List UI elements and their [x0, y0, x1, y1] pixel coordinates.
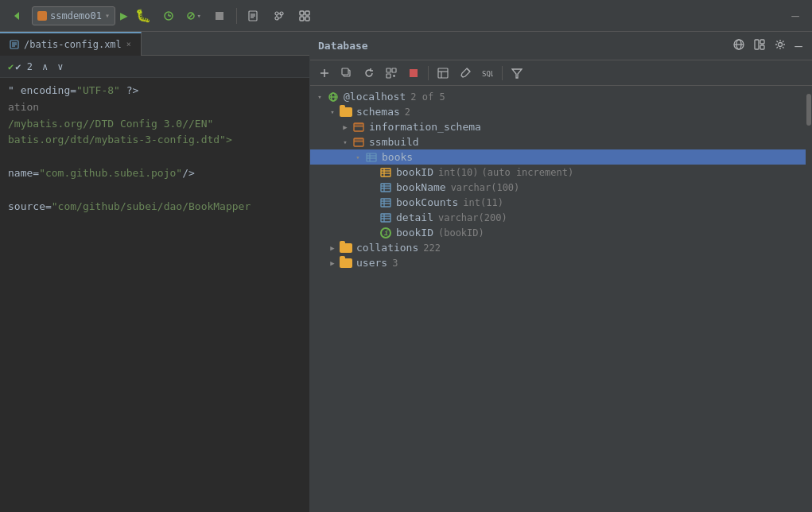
detail-col-label: detail: [396, 211, 433, 223]
check-action[interactable]: ✔ ✔ 2: [5, 60, 36, 74]
svg-rect-25: [755, 40, 759, 49]
code-line-7: [8, 182, 301, 199]
books-table-icon: [364, 153, 379, 162]
tree-item-books[interactable]: ▾ books: [310, 149, 806, 165]
globe-icon[interactable]: [731, 37, 747, 55]
extra-button[interactable]: [294, 6, 315, 26]
svg-rect-34: [392, 68, 396, 72]
code-line-5: [8, 149, 301, 165]
add-datasource-button[interactable]: [315, 64, 334, 83]
tree-item-bookID-index[interactable]: ▶ i bookID (bookID): [310, 225, 806, 240]
detail-col-icon: [379, 213, 393, 223]
tree-scrollbar[interactable]: [806, 86, 812, 512]
detail-col-type: varchar(200): [438, 212, 507, 223]
schema-sync-button[interactable]: [382, 64, 401, 83]
database-panel: Database: [310, 32, 812, 512]
code-line-2: ation: [8, 99, 301, 116]
tree-item-detail[interactable]: ▶ detail varchar(200): [310, 210, 806, 225]
duplicate-button[interactable]: [337, 64, 356, 83]
svg-rect-33: [387, 68, 390, 72]
information-schema-icon: [352, 122, 366, 133]
tree-item-users[interactable]: ▶ users 3: [310, 255, 806, 270]
editor-tab-mybatis-config[interactable]: /batis-config.xml ×: [0, 32, 142, 56]
bookID-col-label: bookID: [396, 166, 433, 178]
code-line-1: " encoding="UTF-8" ?>: [8, 83, 301, 99]
refresh-button[interactable]: [359, 64, 379, 83]
settings-icon[interactable]: [772, 37, 788, 55]
up-action[interactable]: ∧: [39, 60, 51, 74]
tree-item-collations[interactable]: ▶ collations 222: [310, 240, 806, 255]
svg-rect-15: [305, 11, 309, 15]
tree-item-bookName[interactable]: ▶ bookName varchar(100): [310, 180, 806, 195]
tree-item-bookID[interactable]: ▶ bookID int(10) (auto increment): [310, 165, 806, 180]
svg-rect-39: [438, 68, 448, 78]
editor-content[interactable]: " encoding="UTF-8" ?> ation /mybatis.org…: [0, 78, 309, 512]
database-toolbar: SQL: [310, 60, 812, 86]
svg-marker-0: [14, 12, 19, 20]
svg-line-42: [467, 68, 470, 72]
svg-rect-14: [300, 11, 304, 15]
database-header-icons: —: [731, 37, 804, 55]
tree-item-ssmbuild[interactable]: ▾ ssmbuild: [310, 134, 806, 149]
stop-button[interactable]: [209, 6, 230, 26]
svg-rect-32: [342, 68, 348, 75]
minimize-button[interactable]: —: [785, 6, 806, 26]
editor-tab-label: /batis-config.xml: [24, 39, 122, 50]
tree-item-information-schema[interactable]: ▶ information_schema: [310, 119, 806, 134]
svg-rect-66: [381, 199, 390, 207]
bookName-col-icon: [379, 183, 393, 192]
arrow-schemas: ▾: [326, 108, 339, 116]
down-action[interactable]: ∨: [54, 60, 66, 74]
coverage-dropdown[interactable]: ▾: [184, 6, 204, 26]
editor-tab-close[interactable]: ×: [126, 40, 131, 48]
arrow-ssmbuild: ▾: [339, 138, 352, 146]
code-line-6: name="com.github.subei.pojo"/>: [8, 165, 301, 182]
collations-label: collations: [356, 242, 418, 254]
close-icon[interactable]: —: [793, 37, 804, 55]
arrow-users: ▶: [326, 259, 339, 267]
layout-icon[interactable]: [752, 37, 767, 55]
debug-button[interactable]: 🐛: [133, 6, 153, 26]
filter-button[interactable]: [507, 64, 526, 83]
svg-rect-17: [305, 17, 309, 21]
stop-query-button[interactable]: [404, 64, 423, 83]
toolbar-separator: [236, 8, 237, 24]
edit-button[interactable]: [456, 64, 475, 83]
code-line-3: /mybatis.org//DTD Config 3.0//EN": [8, 116, 301, 133]
schemas-count: 2: [405, 107, 410, 118]
database-tree[interactable]: ▾ @localhost 2 of 5 ▾: [310, 86, 806, 512]
svg-marker-44: [512, 69, 522, 78]
code-line-4: batis.org/dtd/mybatis-3-config.dtd">: [8, 132, 301, 149]
bookID-index-label: bookID: [396, 227, 433, 239]
users-count: 3: [392, 258, 398, 269]
svg-text:SQL: SQL: [482, 70, 493, 78]
tree-container: ▾ @localhost 2 of 5 ▾: [310, 86, 812, 512]
svg-rect-35: [387, 74, 390, 78]
scroll-thumb[interactable]: [806, 94, 811, 126]
sql-button[interactable]: SQL: [478, 64, 497, 83]
svg-rect-16: [300, 17, 304, 21]
svg-point-10: [275, 12, 278, 15]
back-button[interactable]: [6, 6, 27, 26]
bookCounts-col-icon: [379, 198, 393, 208]
bookID-col-extra: (auto increment): [482, 167, 574, 178]
git-button[interactable]: [269, 6, 289, 26]
bookName-col-label: bookName: [396, 181, 446, 193]
svg-rect-26: [760, 40, 764, 44]
bookName-col-type: varchar(100): [451, 182, 520, 193]
session-name: ssmdemo01: [50, 10, 102, 21]
arrow-collations: ▶: [326, 244, 339, 252]
editor-tab-bar: /batis-config.xml ×: [0, 32, 309, 56]
users-label: users: [356, 257, 387, 269]
play-button[interactable]: ▶: [120, 8, 128, 23]
tree-item-schemas[interactable]: ▾ schemas 2: [310, 104, 806, 119]
coverage-report-button[interactable]: [243, 6, 264, 26]
session-selector[interactable]: ssmdemo01 ▾: [32, 6, 115, 25]
database-header: Database: [310, 32, 812, 60]
tree-item-localhost[interactable]: ▾ @localhost 2 of 5: [310, 89, 806, 104]
profile-button[interactable]: [158, 6, 179, 26]
localhost-meta: 2 of 5: [410, 91, 445, 103]
table-view-button[interactable]: [433, 64, 453, 83]
svg-point-28: [779, 43, 783, 47]
tree-item-bookCounts[interactable]: ▶ bookCounts int(11): [310, 195, 806, 210]
